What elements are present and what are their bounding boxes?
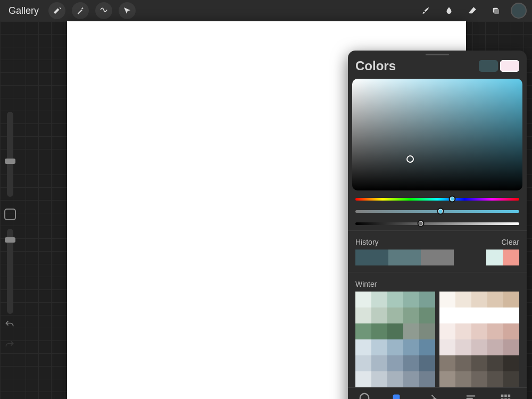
hue-thumb[interactable] <box>448 196 455 203</box>
palette-swatch[interactable] <box>387 371 403 387</box>
palette-swatch[interactable] <box>503 355 519 371</box>
palette-swatch[interactable] <box>387 323 403 339</box>
hue-slider[interactable] <box>355 198 519 201</box>
palette-swatch[interactable] <box>419 355 435 371</box>
history-swatch[interactable] <box>372 250 388 265</box>
palette-swatch[interactable] <box>471 339 487 355</box>
palette-swatch[interactable] <box>455 307 471 323</box>
sv-cursor[interactable] <box>406 155 414 163</box>
palette-swatch[interactable] <box>387 339 403 355</box>
selection-tool-button[interactable] <box>95 2 112 19</box>
palette-swatch[interactable] <box>503 292 519 307</box>
palette-swatch[interactable] <box>503 323 519 339</box>
palette-swatch[interactable] <box>455 339 471 355</box>
brush-tool-button[interactable] <box>417 2 434 19</box>
brush-size-slider[interactable] <box>7 112 13 197</box>
palette-swatch[interactable] <box>503 339 519 355</box>
palette-swatch[interactable] <box>371 371 387 387</box>
tab-harmony[interactable]: Harmony <box>423 392 447 399</box>
palette-swatch[interactable] <box>403 339 419 355</box>
palette-swatch[interactable] <box>371 292 387 307</box>
palette-swatch[interactable] <box>355 292 371 307</box>
palette-swatch[interactable] <box>403 355 419 371</box>
palette-swatch[interactable] <box>419 371 435 387</box>
tab-classic[interactable]: Classic <box>387 392 406 399</box>
layers-button[interactable] <box>487 2 504 19</box>
panel-drag-handle[interactable] <box>426 54 449 55</box>
palette-swatch[interactable] <box>439 292 455 307</box>
palette-swatch[interactable] <box>439 355 455 371</box>
history-swatch[interactable] <box>486 250 503 265</box>
saturation-value-field[interactable] <box>352 79 522 190</box>
palette-swatch[interactable] <box>355 371 371 387</box>
palette-swatch[interactable] <box>455 355 471 371</box>
transform-tool-button[interactable] <box>119 2 136 19</box>
palette-swatch[interactable] <box>439 371 455 387</box>
palette-swatch[interactable] <box>355 355 371 371</box>
modify-button[interactable] <box>4 209 16 220</box>
palette-swatch[interactable] <box>387 292 403 307</box>
value-thumb[interactable] <box>418 220 425 227</box>
saturation-slider[interactable] <box>355 210 519 213</box>
palette-swatch[interactable] <box>403 371 419 387</box>
history-swatch[interactable] <box>437 250 454 265</box>
palette-swatch[interactable] <box>503 371 519 387</box>
history-swatch[interactable] <box>355 250 372 265</box>
palette-swatch[interactable] <box>455 323 471 339</box>
smudge-tool-button[interactable] <box>440 2 458 19</box>
palette-swatch[interactable] <box>471 307 487 323</box>
value-slider[interactable] <box>355 222 519 225</box>
history-swatch[interactable] <box>388 250 405 265</box>
palette-swatch[interactable] <box>487 323 503 339</box>
palette-swatch[interactable] <box>471 355 487 371</box>
actions-wrench-button[interactable] <box>48 2 65 19</box>
palette-swatch[interactable] <box>439 339 455 355</box>
adjustments-wand-button[interactable] <box>72 2 89 19</box>
palette-swatch[interactable] <box>355 339 371 355</box>
palette-swatch[interactable] <box>471 371 487 387</box>
tab-disc[interactable]: Disc <box>359 392 370 399</box>
palette-swatch[interactable] <box>487 307 503 323</box>
palette-swatch[interactable] <box>471 292 487 307</box>
palette-swatch[interactable] <box>419 292 435 307</box>
palette-swatch[interactable] <box>487 355 503 371</box>
active-color-button[interactable] <box>511 3 527 19</box>
opacity-thumb[interactable] <box>5 237 15 243</box>
history-swatch[interactable] <box>404 250 421 265</box>
palette-swatch[interactable] <box>419 339 435 355</box>
palette-swatch[interactable] <box>387 307 403 323</box>
palette-swatch[interactable] <box>487 339 503 355</box>
palette-swatch[interactable] <box>403 307 419 323</box>
primary-color-swatch[interactable] <box>479 60 498 72</box>
palette-swatch[interactable] <box>455 292 471 307</box>
gallery-button[interactable]: Gallery <box>5 5 42 16</box>
tab-palettes[interactable]: Palettes <box>495 392 516 399</box>
palette-swatch[interactable] <box>371 339 387 355</box>
palette-swatch[interactable] <box>355 307 371 323</box>
clear-history-button[interactable]: Clear <box>502 238 519 246</box>
brush-size-thumb[interactable] <box>5 159 15 164</box>
saturation-thumb[interactable] <box>437 208 444 215</box>
palette-swatch[interactable] <box>387 355 403 371</box>
palette-swatch[interactable] <box>439 307 455 323</box>
opacity-slider[interactable] <box>7 229 13 314</box>
palette-swatch[interactable] <box>403 292 419 307</box>
palette-swatch[interactable] <box>403 323 419 339</box>
palette-swatch[interactable] <box>487 371 503 387</box>
palette-swatch[interactable] <box>455 371 471 387</box>
redo-button[interactable] <box>4 339 15 352</box>
palette-swatch[interactable] <box>355 323 371 339</box>
history-swatch[interactable] <box>503 250 519 265</box>
palette-swatch[interactable] <box>419 307 435 323</box>
palette-swatch[interactable] <box>371 355 387 371</box>
palette-swatch[interactable] <box>371 307 387 323</box>
secondary-color-swatch[interactable] <box>500 60 519 72</box>
undo-button[interactable] <box>4 319 15 332</box>
tab-value[interactable]: Value <box>463 392 478 399</box>
palette-swatch[interactable] <box>471 323 487 339</box>
palette-swatch[interactable] <box>503 307 519 323</box>
palette-swatch[interactable] <box>419 323 435 339</box>
palette-swatch[interactable] <box>487 292 503 307</box>
palette-swatch[interactable] <box>371 323 387 339</box>
history-swatch[interactable] <box>421 250 437 265</box>
